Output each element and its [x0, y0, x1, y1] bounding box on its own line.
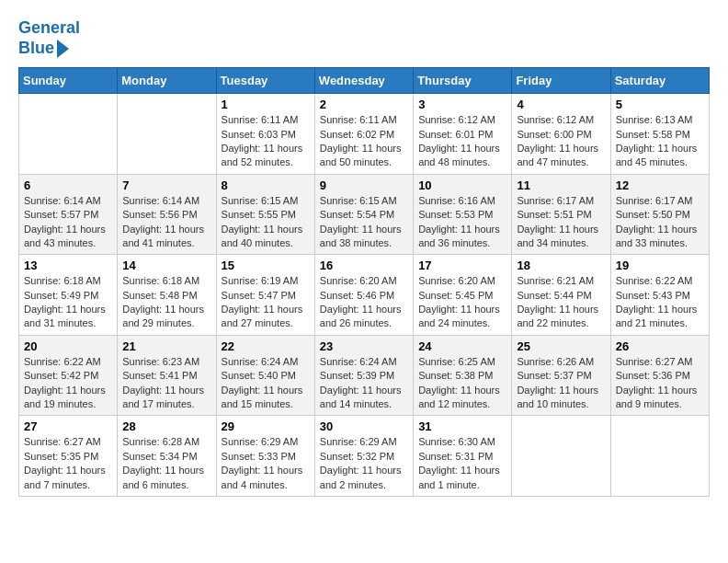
cell-info: Sunrise: 6:15 AMSunset: 5:55 PMDaylight:…: [222, 194, 310, 251]
cell-info: Sunrise: 6:21 AMSunset: 5:44 PMDaylight:…: [517, 274, 605, 331]
calendar-cell: [19, 94, 118, 175]
cell-info: Sunrise: 6:16 AMSunset: 5:53 PMDaylight:…: [418, 194, 506, 251]
calendar-cell: 8Sunrise: 6:15 AMSunset: 5:55 PMDaylight…: [216, 174, 314, 255]
calendar-cell: 4Sunrise: 6:12 AMSunset: 6:00 PMDaylight…: [512, 94, 610, 175]
calendar-body: 1Sunrise: 6:11 AMSunset: 6:03 PMDaylight…: [19, 94, 710, 497]
weekday-header-monday: Monday: [118, 68, 216, 94]
logo-text: General Blue: [18, 18, 80, 58]
cell-info: Sunrise: 6:29 AMSunset: 5:33 PMDaylight:…: [222, 435, 310, 492]
cell-info: Sunrise: 6:28 AMSunset: 5:34 PMDaylight:…: [122, 435, 210, 492]
day-number: 15: [222, 259, 310, 272]
calendar-cell: 23Sunrise: 6:24 AMSunset: 5:39 PMDayligh…: [314, 335, 413, 416]
day-number: 17: [418, 259, 506, 272]
calendar-cell: 13Sunrise: 6:18 AMSunset: 5:49 PMDayligh…: [19, 255, 118, 336]
cell-info: Sunrise: 6:12 AMSunset: 6:00 PMDaylight:…: [517, 113, 605, 170]
cell-info: Sunrise: 6:14 AMSunset: 5:56 PMDaylight:…: [122, 194, 210, 251]
calendar-cell: 10Sunrise: 6:16 AMSunset: 5:53 PMDayligh…: [414, 174, 512, 255]
cell-info: Sunrise: 6:30 AMSunset: 5:31 PMDaylight:…: [418, 435, 506, 492]
cell-info: Sunrise: 6:11 AMSunset: 6:03 PMDaylight:…: [222, 113, 310, 170]
day-number: 30: [320, 419, 408, 433]
cell-info: Sunrise: 6:20 AMSunset: 5:45 PMDaylight:…: [418, 274, 506, 331]
day-number: 18: [517, 259, 605, 272]
day-number: 5: [616, 98, 704, 111]
cell-info: Sunrise: 6:27 AMSunset: 5:36 PMDaylight:…: [616, 355, 704, 412]
calendar-cell: 11Sunrise: 6:17 AMSunset: 5:51 PMDayligh…: [512, 174, 610, 255]
calendar-table: SundayMondayTuesdayWednesdayThursdayFrid…: [18, 67, 710, 497]
day-number: 19: [616, 259, 704, 272]
calendar-cell: 16Sunrise: 6:20 AMSunset: 5:46 PMDayligh…: [314, 255, 413, 336]
cell-info: Sunrise: 6:17 AMSunset: 5:50 PMDaylight:…: [616, 194, 704, 251]
calendar-cell: 25Sunrise: 6:26 AMSunset: 5:37 PMDayligh…: [512, 335, 610, 416]
weekday-header-row: SundayMondayTuesdayWednesdayThursdayFrid…: [19, 68, 710, 94]
calendar-cell: 27Sunrise: 6:27 AMSunset: 5:35 PMDayligh…: [19, 416, 118, 497]
day-number: 6: [24, 178, 112, 192]
day-number: 1: [222, 98, 310, 111]
weekday-header-saturday: Saturday: [610, 68, 709, 94]
day-number: 21: [122, 339, 210, 353]
cell-info: Sunrise: 6:22 AMSunset: 5:42 PMDaylight:…: [24, 355, 112, 412]
logo-arrow: [57, 40, 69, 58]
cell-info: Sunrise: 6:14 AMSunset: 5:57 PMDaylight:…: [24, 194, 112, 251]
cell-info: Sunrise: 6:12 AMSunset: 6:01 PMDaylight:…: [418, 113, 506, 170]
calendar-week-2: 6Sunrise: 6:14 AMSunset: 5:57 PMDaylight…: [19, 174, 710, 255]
calendar-cell: 15Sunrise: 6:19 AMSunset: 5:47 PMDayligh…: [216, 255, 314, 336]
calendar-cell: 17Sunrise: 6:20 AMSunset: 5:45 PMDayligh…: [414, 255, 512, 336]
day-number: 22: [222, 339, 310, 353]
day-number: 9: [320, 178, 408, 192]
day-number: 25: [517, 339, 605, 353]
day-number: 11: [517, 178, 605, 192]
weekday-header-wednesday: Wednesday: [314, 68, 413, 94]
cell-info: Sunrise: 6:13 AMSunset: 5:58 PMDaylight:…: [616, 113, 704, 170]
cell-info: Sunrise: 6:15 AMSunset: 5:54 PMDaylight:…: [320, 194, 408, 251]
day-number: 20: [24, 339, 112, 353]
day-number: 10: [418, 178, 506, 192]
day-number: 29: [222, 419, 310, 433]
day-number: 7: [122, 178, 210, 192]
calendar-cell: 29Sunrise: 6:29 AMSunset: 5:33 PMDayligh…: [216, 416, 314, 497]
logo: General Blue: [18, 18, 80, 58]
cell-info: Sunrise: 6:24 AMSunset: 5:39 PMDaylight:…: [320, 355, 408, 412]
cell-info: Sunrise: 6:27 AMSunset: 5:35 PMDaylight:…: [24, 435, 112, 492]
calendar-cell: 2Sunrise: 6:11 AMSunset: 6:02 PMDaylight…: [314, 94, 413, 175]
calendar-week-1: 1Sunrise: 6:11 AMSunset: 6:03 PMDaylight…: [19, 94, 710, 175]
calendar-cell: 14Sunrise: 6:18 AMSunset: 5:48 PMDayligh…: [118, 255, 216, 336]
calendar-cell: [610, 416, 709, 497]
cell-info: Sunrise: 6:17 AMSunset: 5:51 PMDaylight:…: [517, 194, 605, 251]
calendar-cell: 18Sunrise: 6:21 AMSunset: 5:44 PMDayligh…: [512, 255, 610, 336]
day-number: 4: [517, 98, 605, 111]
calendar-cell: 9Sunrise: 6:15 AMSunset: 5:54 PMDaylight…: [314, 174, 413, 255]
cell-info: Sunrise: 6:18 AMSunset: 5:48 PMDaylight:…: [122, 274, 210, 331]
calendar-cell: 21Sunrise: 6:23 AMSunset: 5:41 PMDayligh…: [118, 335, 216, 416]
calendar-cell: 20Sunrise: 6:22 AMSunset: 5:42 PMDayligh…: [19, 335, 118, 416]
cell-info: Sunrise: 6:11 AMSunset: 6:02 PMDaylight:…: [320, 113, 408, 170]
day-number: 26: [616, 339, 704, 353]
day-number: 16: [320, 259, 408, 272]
cell-info: Sunrise: 6:20 AMSunset: 5:46 PMDaylight:…: [320, 274, 408, 331]
day-number: 8: [222, 178, 310, 192]
calendar-cell: 1Sunrise: 6:11 AMSunset: 6:03 PMDaylight…: [216, 94, 314, 175]
calendar-cell: 28Sunrise: 6:28 AMSunset: 5:34 PMDayligh…: [118, 416, 216, 497]
cell-info: Sunrise: 6:19 AMSunset: 5:47 PMDaylight:…: [222, 274, 310, 331]
weekday-header-thursday: Thursday: [414, 68, 512, 94]
weekday-header-sunday: Sunday: [19, 68, 118, 94]
day-number: 24: [418, 339, 506, 353]
calendar-cell: 19Sunrise: 6:22 AMSunset: 5:43 PMDayligh…: [610, 255, 709, 336]
cell-info: Sunrise: 6:24 AMSunset: 5:40 PMDaylight:…: [222, 355, 310, 412]
weekday-header-friday: Friday: [512, 68, 610, 94]
cell-info: Sunrise: 6:29 AMSunset: 5:32 PMDaylight:…: [320, 435, 408, 492]
cell-info: Sunrise: 6:22 AMSunset: 5:43 PMDaylight:…: [616, 274, 704, 331]
day-number: 3: [418, 98, 506, 111]
calendar-header: SundayMondayTuesdayWednesdayThursdayFrid…: [19, 68, 710, 94]
calendar-cell: 12Sunrise: 6:17 AMSunset: 5:50 PMDayligh…: [610, 174, 709, 255]
day-number: 31: [418, 419, 506, 433]
calendar-week-4: 20Sunrise: 6:22 AMSunset: 5:42 PMDayligh…: [19, 335, 710, 416]
cell-info: Sunrise: 6:23 AMSunset: 5:41 PMDaylight:…: [122, 355, 210, 412]
calendar-cell: 6Sunrise: 6:14 AMSunset: 5:57 PMDaylight…: [19, 174, 118, 255]
calendar-week-5: 27Sunrise: 6:27 AMSunset: 5:35 PMDayligh…: [19, 416, 710, 497]
calendar-week-3: 13Sunrise: 6:18 AMSunset: 5:49 PMDayligh…: [19, 255, 710, 336]
day-number: 13: [24, 259, 112, 272]
calendar-cell: [118, 94, 216, 175]
calendar-cell: 31Sunrise: 6:30 AMSunset: 5:31 PMDayligh…: [414, 416, 512, 497]
calendar-cell: 24Sunrise: 6:25 AMSunset: 5:38 PMDayligh…: [414, 335, 512, 416]
calendar-cell: 22Sunrise: 6:24 AMSunset: 5:40 PMDayligh…: [216, 335, 314, 416]
